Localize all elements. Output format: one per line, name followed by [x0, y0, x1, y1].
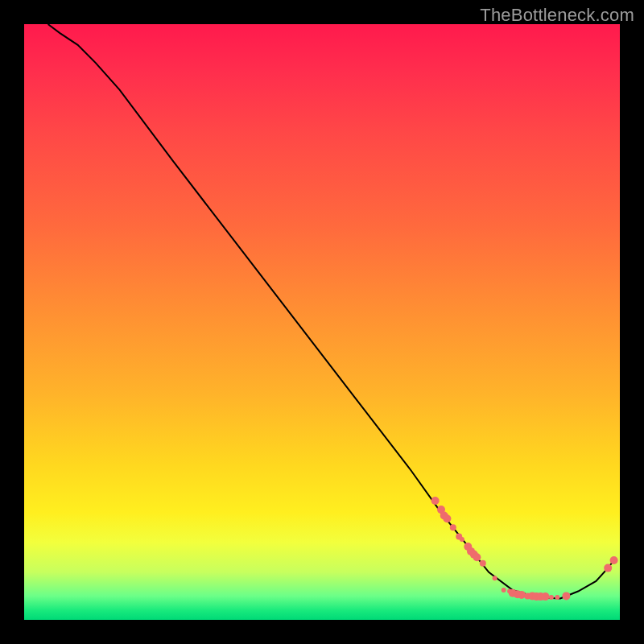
bottleneck-curve	[48, 24, 614, 598]
data-point	[549, 595, 554, 600]
data-point	[555, 595, 559, 600]
data-point	[542, 592, 550, 601]
data-point	[473, 553, 481, 561]
chart-svg	[24, 24, 620, 620]
data-point	[480, 560, 486, 567]
chart-frame: TheBottleneck.com	[0, 0, 644, 644]
data-point	[610, 556, 618, 564]
data-point	[493, 576, 497, 580]
data-point	[431, 497, 440, 505]
data-point	[562, 592, 570, 600]
data-point	[450, 524, 456, 530]
plot-area	[24, 24, 620, 620]
data-point	[443, 514, 451, 522]
data-point	[460, 537, 464, 542]
data-point	[604, 564, 612, 572]
data-point	[502, 588, 506, 592]
data-point	[518, 591, 526, 599]
watermark-text: TheBottleneck.com	[480, 5, 634, 26]
